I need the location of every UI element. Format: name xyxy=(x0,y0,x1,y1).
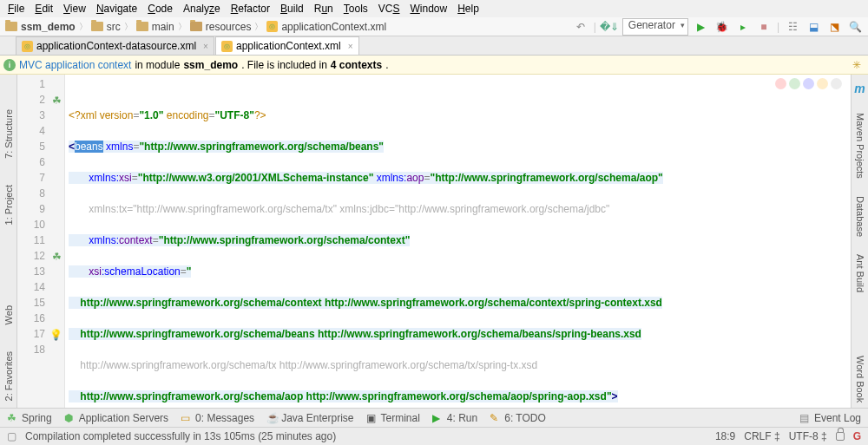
hint-contexts: 4 contexts xyxy=(331,59,382,71)
tab-datasource[interactable]: ◎ applicationContext-datasource.xml × xyxy=(16,36,214,55)
xml-file-icon: ◎ xyxy=(221,41,233,52)
tab-label: applicationContext-datasource.xml xyxy=(36,40,196,52)
status-hide-button[interactable]: ▢ xyxy=(7,430,16,442)
menu-refactor[interactable]: Refactor xyxy=(227,1,274,16)
resources-folder-icon xyxy=(190,22,202,31)
status-bar: ▢ Compilation completed successfully in … xyxy=(0,427,868,445)
tool-appservers[interactable]: ⬢Application Servers xyxy=(64,412,168,424)
xml-file-icon: ◎ xyxy=(22,41,33,52)
maven-icon: m xyxy=(854,82,865,95)
tool-spring[interactable]: ☘Spring xyxy=(7,412,52,424)
folder-icon xyxy=(136,22,148,31)
warn-indicator-icon xyxy=(817,78,828,89)
menu-code[interactable]: Code xyxy=(143,1,177,16)
stop-button[interactable]: ■ xyxy=(756,19,772,35)
back-button[interactable]: ↶ xyxy=(573,19,589,35)
menu-vcs[interactable]: VCS xyxy=(374,1,404,16)
tool-ant[interactable]: Ant Build xyxy=(855,254,865,292)
lock-icon[interactable] xyxy=(836,432,845,441)
file-encoding[interactable]: UTF-8 ‡ xyxy=(789,430,827,442)
hint-text: in module xyxy=(135,59,180,71)
spring-bean-icon[interactable]: ☘ xyxy=(49,93,62,105)
navigation-bar: ssm_demo 〉 src 〉 main 〉 resources 〉 ◎ ap… xyxy=(0,17,868,36)
tool-project[interactable]: 1: Project xyxy=(3,185,14,225)
tool-maven[interactable]: Maven Projects xyxy=(855,113,865,179)
sdk-button[interactable]: ⬓ xyxy=(806,19,821,35)
menu-file[interactable]: File xyxy=(3,1,29,16)
menu-analyze[interactable]: Analyze xyxy=(179,1,225,16)
tool-wordbook[interactable]: Word Book xyxy=(855,356,865,402)
error-indicator-icon xyxy=(775,78,786,89)
breadcrumb-main[interactable]: main xyxy=(152,21,174,33)
breadcrumb-file[interactable]: applicationContext.xml xyxy=(281,21,386,33)
menu-window[interactable]: Window xyxy=(405,1,451,16)
breadcrumb-src[interactable]: src xyxy=(107,21,121,33)
breadcrumb-project[interactable]: ssm_demo xyxy=(21,21,76,33)
editor: 12345 678910 1112131415 161718 ☘ ☘ 💡 <?x… xyxy=(17,75,851,408)
status-message: Compilation completed successfully in 13… xyxy=(25,430,336,442)
menu-bar: File Edit View Navigate Code Analyze Ref… xyxy=(0,0,868,17)
tool-structure[interactable]: 7: Structure xyxy=(3,109,14,159)
menu-edit[interactable]: Edit xyxy=(30,1,57,16)
tool-terminal[interactable]: ▣Terminal xyxy=(366,412,420,424)
chevron-right-icon: 〉 xyxy=(79,21,88,33)
project-structure-button[interactable]: ☷ xyxy=(785,19,800,35)
hint-text: . File is included in xyxy=(241,59,327,71)
tool-database[interactable]: Database xyxy=(855,196,865,237)
ok-indicator-icon xyxy=(789,78,800,89)
caret-position[interactable]: 18:9 xyxy=(715,430,735,442)
settings-button[interactable]: ⬔ xyxy=(826,19,842,35)
folder-icon xyxy=(91,22,103,31)
off-indicator-icon xyxy=(831,78,842,89)
left-tool-strip: 7: Structure 1: Project Web 2: Favorites xyxy=(0,75,17,408)
tool-todo[interactable]: ✎6: TODO xyxy=(490,412,546,424)
breadcrumb-resources[interactable]: resources xyxy=(206,21,252,33)
tab-appcontext[interactable]: ◎ applicationContext.xml × xyxy=(215,36,359,55)
menu-navigate[interactable]: Navigate xyxy=(92,1,141,16)
menu-tools[interactable]: Tools xyxy=(339,1,372,16)
project-icon xyxy=(5,22,17,31)
right-tool-strip: m Maven Projects Database Ant Build Word… xyxy=(851,75,868,408)
gear-icon[interactable]: ✳ xyxy=(852,59,861,71)
close-icon[interactable]: × xyxy=(348,42,353,51)
build-button[interactable]: �⇓ xyxy=(602,19,617,35)
chevron-right-icon: 〉 xyxy=(178,21,187,33)
hint-module: ssm_demo xyxy=(183,59,238,71)
gutter: 12345 678910 1112131415 161718 ☘ ☘ 💡 xyxy=(17,75,65,408)
search-button[interactable]: 🔍 xyxy=(847,19,863,35)
main-area: 7: Structure 1: Project Web 2: Favorites… xyxy=(0,75,868,408)
menu-build[interactable]: Build xyxy=(276,1,308,16)
line-separator[interactable]: CRLF ‡ xyxy=(744,430,779,442)
debug-button[interactable]: 🐞 xyxy=(714,19,730,35)
xml-file-icon: ◎ xyxy=(266,21,278,32)
hint-text: . xyxy=(385,59,388,71)
tool-favorites[interactable]: 2: Favorites xyxy=(3,351,14,401)
coverage-button[interactable]: ▸ xyxy=(735,19,751,35)
hint-link[interactable]: MVC application context xyxy=(19,59,131,71)
bottom-tool-strip: ☘Spring ⬢Application Servers ▭0: Message… xyxy=(0,408,868,427)
inspection-indicators xyxy=(775,78,842,89)
run-config-combo[interactable]: Generator xyxy=(622,18,688,36)
spring-bean-icon[interactable]: ☘ xyxy=(49,249,62,261)
chevron-right-icon: 〉 xyxy=(124,21,133,33)
info-indicator-icon xyxy=(803,78,814,89)
tool-run[interactable]: ▶4: Run xyxy=(432,412,477,424)
tool-messages[interactable]: ▭0: Messages xyxy=(181,412,254,424)
menu-view[interactable]: View xyxy=(59,1,90,16)
tool-web[interactable]: Web xyxy=(3,305,14,324)
chevron-right-icon: 〉 xyxy=(254,21,263,33)
context-hint-bar: i MVC application context in module ssm_… xyxy=(0,56,868,75)
goto-icon[interactable]: G xyxy=(853,430,861,442)
editor-tabs: ◎ applicationContext-datasource.xml × ◎ … xyxy=(0,36,868,56)
menu-help[interactable]: Help xyxy=(453,1,483,16)
tool-eventlog[interactable]: ▤Event Log xyxy=(799,412,861,424)
run-button[interactable]: ▶ xyxy=(694,19,709,35)
close-icon[interactable]: × xyxy=(203,42,208,51)
info-icon: i xyxy=(3,59,16,71)
code-area[interactable]: <?xml version="1.0" encoding="UTF-8"?> <… xyxy=(65,75,851,408)
tab-label: applicationContext.xml xyxy=(236,40,341,52)
bulb-icon[interactable]: 💡 xyxy=(49,327,62,339)
tool-javaee[interactable]: ☕Java Enterprise xyxy=(266,412,353,424)
menu-run[interactable]: Run xyxy=(310,1,338,16)
